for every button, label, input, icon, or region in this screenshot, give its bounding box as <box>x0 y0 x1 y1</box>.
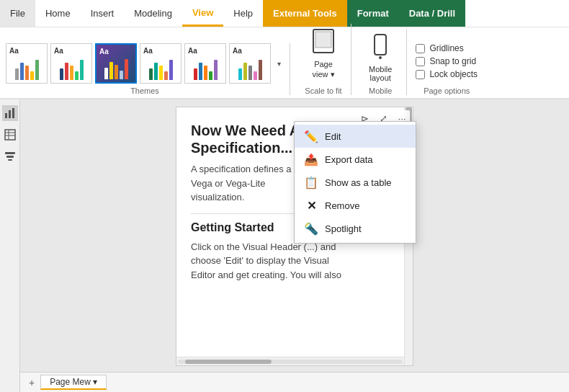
svg-rect-13 <box>8 159 12 161</box>
context-menu-export-label: Export data <box>325 154 373 165</box>
menu-format[interactable]: Format <box>347 0 399 27</box>
gridlines-label: Gridlines <box>429 43 463 53</box>
page-nav: + Page Mew ▾ <box>20 372 569 392</box>
menu-bar: File Home Insert Modeling View Help Exte… <box>0 0 569 27</box>
scale-group: Page view ▾ Scale to fit <box>296 24 351 95</box>
svg-rect-5 <box>9 110 11 118</box>
context-menu-edit-label: Edit <box>325 131 341 142</box>
theme-2[interactable]: Aa <box>50 43 92 84</box>
export-icon: 📤 <box>305 153 318 166</box>
gridlines-checkbox-row[interactable]: Gridlines <box>416 43 478 53</box>
lock-checkbox-row[interactable]: Lock objects <box>416 69 478 79</box>
context-menu-edit[interactable]: ✏️ Edit <box>295 125 416 148</box>
svg-point-3 <box>379 56 382 59</box>
menu-external-tools[interactable]: External Tools <box>263 0 347 27</box>
toolbar: Aa Aa <box>0 27 569 99</box>
context-menu: ✏️ Edit 📤 Export data 📋 Show as a table … <box>294 121 416 244</box>
page-view-icon <box>310 27 336 58</box>
page-tab[interactable]: Page Mew ▾ <box>40 375 107 390</box>
theme-5[interactable]: Aa <box>184 43 226 84</box>
context-menu-show-table[interactable]: 📋 Show as a table <box>295 171 416 194</box>
scroll-thumb-h[interactable] <box>185 360 272 364</box>
context-menu-spotlight-label: Spotlight <box>325 223 362 234</box>
bottom-scrollbar[interactable] <box>176 357 404 365</box>
table-icon: 📋 <box>305 176 318 189</box>
snap-checkbox[interactable] <box>416 57 425 66</box>
visual-body-text: Click on the Visual Header (...) andchoo… <box>191 240 398 282</box>
snap-checkbox-row[interactable]: Snap to grid <box>416 56 478 66</box>
page-view-sub: view ▾ <box>312 70 334 79</box>
sidebar-filter-icon[interactable] <box>2 148 18 164</box>
mobile-group: Mobilelayout Mobile <box>354 29 407 95</box>
sidebar-table-icon[interactable] <box>2 127 18 143</box>
scale-label: Scale to fit <box>305 86 341 95</box>
theme-items: Aa Aa <box>6 43 284 84</box>
page-view-button[interactable]: Page view ▾ <box>305 24 342 82</box>
menu-view[interactable]: View <box>182 0 223 27</box>
canvas-area: ⊳ ⤢ ··· { ✏ } Now We Need ASpecification… <box>20 99 569 392</box>
mobile-layout-button[interactable]: Mobilelayout <box>363 29 398 85</box>
page-options-label: Page options <box>416 86 478 95</box>
page-tab-label: Page Mew <box>50 377 91 387</box>
mobile-group-label: Mobile <box>369 86 392 95</box>
context-menu-remove-label: Remove <box>325 200 359 211</box>
context-menu-spotlight[interactable]: 🔦 Spotlight <box>295 217 416 240</box>
snap-label: Snap to grid <box>429 56 476 66</box>
svg-rect-1 <box>315 32 331 48</box>
lock-checkbox[interactable] <box>416 70 425 79</box>
edit-icon: ✏️ <box>305 130 318 143</box>
theme-6[interactable]: Aa <box>229 43 271 84</box>
page-view-label: Page <box>314 60 333 68</box>
menu-insert[interactable]: Insert <box>81 0 125 27</box>
svg-rect-2 <box>375 35 386 55</box>
spotlight-icon: 🔦 <box>305 222 318 235</box>
page-add-button[interactable]: + <box>26 377 37 388</box>
svg-rect-12 <box>6 156 14 158</box>
page-tab-arrow: ▾ <box>93 377 97 387</box>
themes-label: Themes <box>130 86 159 95</box>
menu-modeling[interactable]: Modeling <box>124 0 182 27</box>
svg-rect-4 <box>5 113 7 118</box>
theme-3[interactable]: Aa <box>95 43 137 84</box>
menu-file[interactable]: File <box>0 0 35 27</box>
mobile-icon <box>370 32 390 63</box>
context-menu-remove[interactable]: ✕ Remove <box>295 194 416 217</box>
svg-rect-6 <box>12 108 14 118</box>
scroll-track <box>178 360 403 364</box>
themes-group: Aa Aa <box>6 43 290 95</box>
svg-rect-11 <box>5 152 15 154</box>
theme-4[interactable]: Aa <box>140 43 182 84</box>
page-options-group: Gridlines Snap to grid Lock objects Page… <box>410 37 483 95</box>
menu-home[interactable]: Home <box>35 0 81 27</box>
main-area: ⊳ ⤢ ··· { ✏ } Now We Need ASpecification… <box>0 99 569 392</box>
menu-help[interactable]: Help <box>223 0 263 27</box>
lock-label: Lock objects <box>429 69 478 79</box>
context-menu-export[interactable]: 📤 Export data <box>295 148 416 171</box>
menu-data-drill[interactable]: Data / Drill <box>399 0 465 27</box>
context-menu-table-label: Show as a table <box>325 177 392 188</box>
theme-1[interactable]: Aa <box>6 43 48 84</box>
theme-dropdown-arrow[interactable]: ▾ <box>274 43 284 84</box>
sidebar-chart-icon[interactable] <box>2 105 18 121</box>
mobile-label: Mobilelayout <box>369 65 392 82</box>
left-sidebar <box>0 99 20 392</box>
svg-rect-7 <box>5 130 15 140</box>
gridlines-checkbox[interactable] <box>416 44 425 53</box>
remove-icon: ✕ <box>305 199 318 212</box>
